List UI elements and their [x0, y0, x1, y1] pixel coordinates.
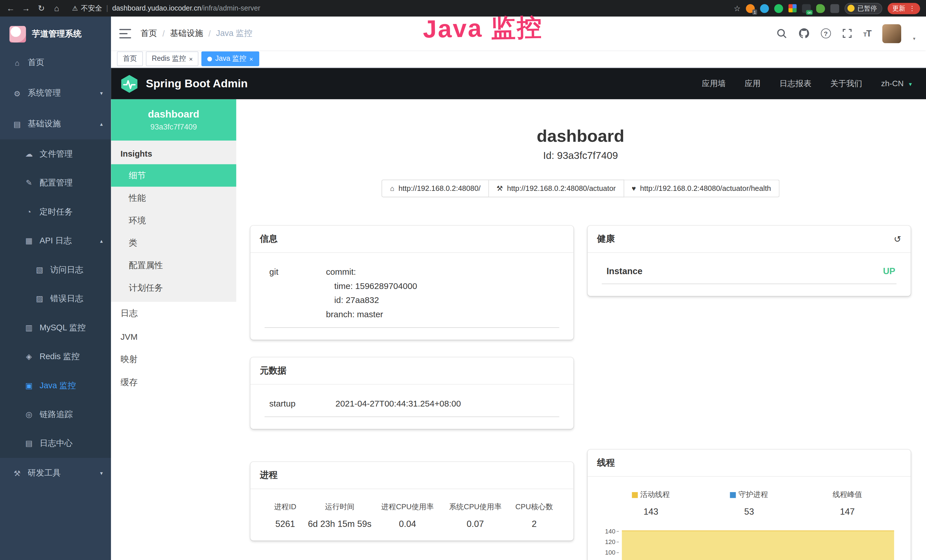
instance-item-jvm[interactable]: JVM — [111, 325, 236, 348]
warning-icon[interactable]: ⚠ — [72, 5, 78, 12]
app-logo — [9, 26, 26, 42]
insights-item-classes[interactable]: 类 — [111, 232, 236, 254]
close-icon[interactable]: × — [189, 55, 193, 62]
process-col-cores: CPU核心数 2 — [509, 502, 559, 529]
sidebar-item-access-logs[interactable]: ▧ 访问日志 — [0, 255, 111, 284]
sidebar-item-config-management[interactable]: ✎ 配置管理 — [0, 168, 111, 197]
github-icon[interactable] — [798, 28, 809, 39]
security-label[interactable]: 不安全 — [81, 3, 102, 13]
health-instance-label: Instance — [607, 266, 643, 276]
instance-item-caches[interactable]: 缓存 — [111, 371, 236, 394]
insights-item-environment[interactable]: 环境 — [111, 209, 236, 232]
extension-fox-icon[interactable]: 1 — [746, 4, 755, 12]
cards-left-column: 信息 git commit: time: 1596289704000 id: 2… — [250, 226, 573, 540]
instance-links: ⌂ http://192.168.0.2:48080/ ⚒ http://192… — [250, 180, 911, 197]
sidebar-item-label: MySQL 监控 — [39, 322, 86, 333]
sidebar-item-file-management[interactable]: ☁ 文件管理 — [0, 139, 111, 168]
extension-green-icon[interactable] — [774, 4, 783, 12]
extensions-puzzle-icon[interactable] — [831, 4, 839, 12]
profile-avatar-icon — [847, 5, 855, 12]
actuator-url-button[interactable]: ⚒ http://192.168.0.2:48080/actuator — [489, 180, 624, 197]
sidebar-item-log-center[interactable]: ▤ 日志中心 — [0, 429, 111, 458]
sidebar-item-error-logs[interactable]: ▨ 错误日志 — [0, 284, 111, 313]
sidebar-item-label: 访问日志 — [50, 265, 83, 275]
app-shell: 芋道管理系统 ⌂ 首页 ⚙ 系统管理 ▾ ▤ 基础设施 ▴ — [0, 17, 926, 560]
sidebar-item-link-tracing[interactable]: ◎ 链路追踪 — [0, 400, 111, 429]
instance-item-mappings[interactable]: 映射 — [111, 348, 236, 371]
tab-redis-monitor[interactable]: Redis 监控 × — [146, 51, 198, 66]
home-icon[interactable]: ⌂ — [52, 3, 61, 13]
document-icon: ▦ — [24, 236, 34, 245]
paused-label: 已暂停 — [858, 4, 877, 12]
reload-icon[interactable]: ↻ — [36, 3, 46, 13]
app-logo-row[interactable]: 芋道管理系统 — [0, 17, 111, 47]
sidebar-item-system-management[interactable]: ⚙ 系统管理 ▾ — [0, 78, 111, 109]
sidebar-item-api-logs[interactable]: ▦ API 日志 ▴ — [0, 226, 111, 255]
url-domain[interactable]: dashboard.yudao.iocoder.cn — [112, 4, 201, 12]
search-icon[interactable] — [776, 28, 787, 38]
sidebar-item-java-monitor[interactable]: ▣ Java 监控 — [0, 371, 111, 400]
url-path[interactable]: /infra/admin-server — [201, 4, 260, 12]
instance-sidebar: dashboard 93a3fc7f7409 Insights 细节 性能 环境… — [111, 99, 236, 560]
sba-locale-select[interactable]: zh-CN ▾ — [881, 79, 912, 88]
insights-item-details[interactable]: 细节 — [111, 164, 236, 187]
insights-group-label: Insights — [111, 141, 236, 164]
health-url-button[interactable]: ♥ http://192.168.0.2:48080/actuator/heal… — [624, 180, 779, 197]
sidebar-item-infrastructure[interactable]: ▤ 基础设施 ▴ — [0, 109, 111, 139]
sidebar-item-redis-monitor[interactable]: ◈ Redis 监控 — [0, 342, 111, 371]
eye-icon: ◎ — [24, 410, 34, 419]
metadata-card-title: 元数据 — [250, 357, 573, 384]
hamburger-icon[interactable] — [119, 29, 131, 38]
active-threads-swatch — [632, 492, 638, 498]
breadcrumb-infrastructure[interactable]: 基础设施 — [170, 28, 203, 38]
sba-brand-title[interactable]: Spring Boot Admin — [146, 77, 248, 90]
sidebar-item-dev-tools[interactable]: ⚒ 研发工具 ▾ — [0, 458, 111, 489]
profile-paused-button[interactable]: 已暂停 — [844, 3, 882, 14]
sidebar-menu: ⌂ 首页 ⚙ 系统管理 ▾ ▤ 基础设施 ▴ ☁ 文件管理 — [0, 47, 111, 489]
address-bar[interactable]: ⚠ 不安全 | dashboard.yudao.iocoder.cn/infra… — [72, 3, 260, 13]
sba-nav-about[interactable]: 关于我们 — [830, 78, 862, 89]
actuator-url: http://192.168.0.2:48080/actuator — [507, 184, 616, 192]
help-icon[interactable]: ? — [821, 28, 831, 38]
tools-icon: ⚒ — [12, 469, 22, 478]
history-icon[interactable]: ↺ — [894, 234, 901, 244]
sba-nav-wallboard[interactable]: 应用墙 — [702, 78, 726, 89]
back-icon[interactable]: ← — [6, 3, 15, 13]
update-label: 更新 — [892, 4, 905, 12]
tab-home[interactable]: 首页 — [117, 51, 143, 66]
metadata-startup-row: startup 2021-04-27T00:44:31.254+08:00 — [265, 397, 559, 417]
tab-java-monitor[interactable]: Java 监控 × — [202, 51, 259, 66]
extension-switch-icon[interactable]: on — [802, 4, 811, 12]
kebab-menu-icon[interactable]: ⋮ — [909, 5, 915, 12]
bookmark-star-icon[interactable]: ☆ — [734, 4, 741, 12]
forward-icon[interactable]: → — [21, 3, 31, 13]
avatar-caret-icon[interactable]: ▾ — [913, 36, 915, 43]
insights-item-performance[interactable]: 性能 — [111, 186, 236, 209]
extension-grid-icon[interactable] — [788, 4, 797, 12]
sidebar-item-scheduled-tasks[interactable]: ◔ 定时任务 — [0, 197, 111, 226]
annotation-java-monitor: Java 监控 — [423, 11, 543, 46]
legend-peak-threads: 线程峰值 147 — [798, 490, 896, 516]
browser-update-button[interactable]: 更新 ⋮ — [888, 3, 920, 14]
sidebar-item-home[interactable]: ⌂ 首页 — [0, 47, 111, 78]
insights-item-config-props[interactable]: 配置属性 — [111, 254, 236, 277]
font-size-icon[interactable]: TT — [863, 28, 871, 38]
sidebar-item-mysql-monitor[interactable]: ▥ MySQL 监控 — [0, 313, 111, 342]
service-url-button[interactable]: ⌂ http://192.168.0.2:48080/ — [382, 180, 489, 197]
infrastructure-icon: ▤ — [12, 120, 22, 129]
breadcrumb-home[interactable]: 首页 — [141, 28, 157, 38]
instance-header[interactable]: dashboard 93a3fc7f7409 — [111, 99, 236, 141]
status-badge: UP — [883, 266, 895, 276]
extension-drop-icon[interactable] — [760, 4, 769, 12]
log-center-icon: ▤ — [24, 439, 34, 448]
instance-item-logs[interactable]: 日志 — [111, 302, 236, 325]
fullscreen-icon[interactable] — [842, 28, 852, 38]
home-icon: ⌂ — [390, 184, 394, 192]
sba-nav-applications[interactable]: 应用 — [744, 78, 761, 89]
user-avatar[interactable] — [882, 24, 901, 43]
sba-nav-journal[interactable]: 日志报表 — [779, 78, 811, 89]
metadata-card: 元数据 startup 2021-04-27T00:44:31.254+08:0… — [250, 357, 573, 429]
close-icon[interactable]: × — [249, 55, 253, 62]
extension-leaf-icon[interactable] — [816, 4, 825, 12]
insights-item-scheduled-tasks[interactable]: 计划任务 — [111, 277, 236, 299]
